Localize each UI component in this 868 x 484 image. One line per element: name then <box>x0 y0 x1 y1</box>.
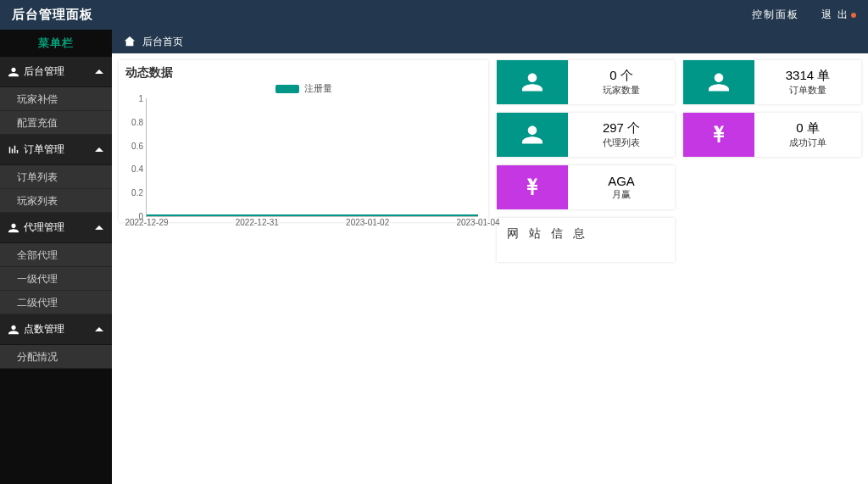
chart-ytick: 0.2 <box>131 188 143 197</box>
home-icon <box>124 36 136 47</box>
tile-label: 成功订单 <box>789 136 826 149</box>
tile-iconbox <box>497 60 568 104</box>
chevron-up-icon <box>95 327 103 331</box>
chart-xtick: 2023-01-04 <box>456 218 499 227</box>
logout-link[interactable]: 退 出 <box>821 8 856 22</box>
site-info-title: 网 站 信 息 <box>507 226 588 240</box>
user-icon <box>8 67 19 77</box>
sidebar: 菜单栏 后台管理玩家补偿配置充值订单管理订单列表玩家列表代理管理全部代理一级代理… <box>0 30 112 484</box>
chart-xtick: 2023-01-02 <box>346 218 389 227</box>
menu-item-3-0[interactable]: 分配情况 <box>0 345 112 369</box>
bars-icon <box>8 145 19 155</box>
user-icon <box>709 72 729 92</box>
tile-iconbox <box>683 113 754 157</box>
tile-iconbox <box>497 165 568 209</box>
breadcrumb: 后台首页 <box>112 30 868 53</box>
topbar: 后台管理面板 控制面板 退 出 <box>0 0 868 30</box>
tile-label: 代理列表 <box>603 136 640 149</box>
chart-xtick: 2022-12-31 <box>236 218 279 227</box>
tile-value: 0 个 <box>609 68 633 84</box>
logout-dot-icon <box>851 13 856 18</box>
legend-swatch-icon <box>275 85 299 93</box>
menu-item-2-0[interactable]: 全部代理 <box>0 243 112 267</box>
menu-item-1-1[interactable]: 玩家列表 <box>0 189 112 213</box>
menu-head-2[interactable]: 代理管理 <box>0 213 112 243</box>
tile-value: 3314 单 <box>786 68 831 84</box>
menu-item-1-0[interactable]: 订单列表 <box>0 165 112 189</box>
chart-panel: 动态数据 注册量 00.20.40.60.81 2022-12-292022-1… <box>119 60 488 222</box>
logout-label: 退 出 <box>821 8 849 20</box>
chart-series-line <box>147 214 478 216</box>
chart-ytick: 0.8 <box>131 117 143 126</box>
stat-tile-0[interactable]: 0 个玩家数量 <box>497 60 675 104</box>
yen-icon <box>709 125 729 145</box>
tile-label: 玩家数量 <box>603 84 640 97</box>
menu-head-0[interactable]: 后台管理 <box>0 57 112 87</box>
main: 后台首页 动态数据 注册量 00.20.40.60.81 2022-12-292… <box>112 30 868 484</box>
chart-title: 动态数据 <box>125 65 481 81</box>
chevron-up-icon <box>95 225 103 230</box>
chevron-up-icon <box>95 147 103 152</box>
chart-legend: 注册量 <box>125 82 481 95</box>
tile-label: 订单数量 <box>789 84 826 97</box>
sidebar-title: 菜单栏 <box>0 30 112 57</box>
stat-tile-1[interactable]: 3314 单订单数量 <box>683 60 861 104</box>
tile-iconbox <box>497 113 568 157</box>
stat-tile-2[interactable]: 297 个代理列表 <box>497 113 675 157</box>
tile-label: 月赢 <box>612 188 631 201</box>
menu-item-0-0[interactable]: 玩家补偿 <box>0 87 112 111</box>
user-icon <box>522 72 542 92</box>
menu-item-2-1[interactable]: 一级代理 <box>0 267 112 291</box>
chart-ytick: 1 <box>138 94 143 103</box>
chart-plot: 00.20.40.60.81 2022-12-292022-12-312023-… <box>146 98 478 217</box>
user-icon <box>8 325 19 335</box>
brand-title: 后台管理面板 <box>12 7 93 23</box>
chevron-up-icon <box>95 70 103 74</box>
chart-ytick: 0.6 <box>131 141 143 150</box>
breadcrumb-page: 后台首页 <box>142 35 183 49</box>
site-info-panel: 网 站 信 息 <box>497 218 675 262</box>
stat-tile-4[interactable]: AGA月赢 <box>497 165 675 209</box>
tile-value: AGA <box>608 174 635 188</box>
stat-tiles: 0 个玩家数量3314 单订单数量297 个代理列表0 单成功订单AGA月赢 网… <box>497 60 861 262</box>
chart-ytick: 0.4 <box>131 164 143 174</box>
stat-tile-3[interactable]: 0 单成功订单 <box>683 113 861 157</box>
chart-xtick: 2022-12-29 <box>125 218 168 227</box>
tile-iconbox <box>683 60 754 104</box>
tile-value: 297 个 <box>603 120 640 136</box>
yen-icon <box>522 177 542 197</box>
menu-item-0-1[interactable]: 配置充值 <box>0 111 112 135</box>
user-icon <box>522 125 542 145</box>
dashboard-link[interactable]: 控制面板 <box>752 8 799 22</box>
menu-head-1[interactable]: 订单管理 <box>0 135 112 165</box>
menu-head-3[interactable]: 点数管理 <box>0 314 112 345</box>
user-icon <box>8 223 19 233</box>
menu-item-2-2[interactable]: 二级代理 <box>0 291 112 314</box>
tile-value: 0 单 <box>796 120 820 136</box>
